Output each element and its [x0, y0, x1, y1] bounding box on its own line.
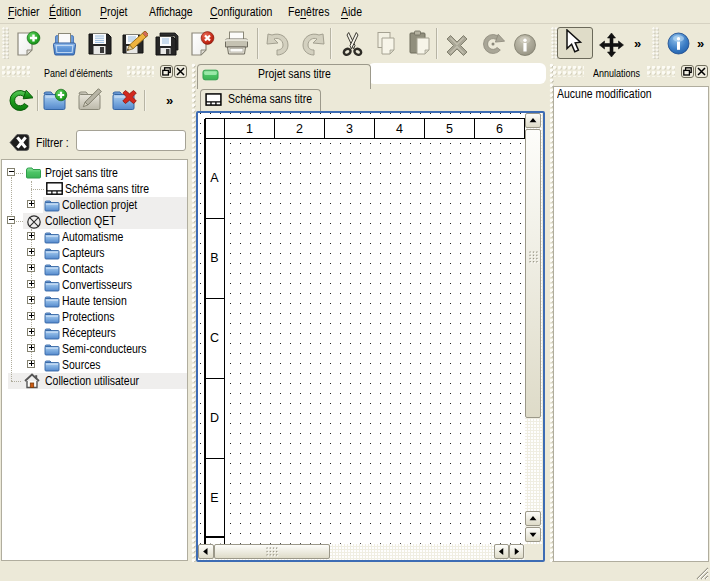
svg-text:A: A — [210, 170, 219, 184]
svg-text:B: B — [210, 250, 218, 264]
svg-text:C: C — [209, 330, 218, 344]
svg-text:D: D — [209, 410, 218, 424]
svg-text:3: 3 — [346, 122, 353, 136]
svg-text:4: 4 — [396, 122, 403, 136]
svg-text:2: 2 — [296, 122, 303, 136]
svg-text:E: E — [210, 490, 218, 504]
svg-text:1: 1 — [246, 122, 253, 136]
svg-text:6: 6 — [496, 122, 503, 136]
svg-text:5: 5 — [446, 122, 453, 136]
